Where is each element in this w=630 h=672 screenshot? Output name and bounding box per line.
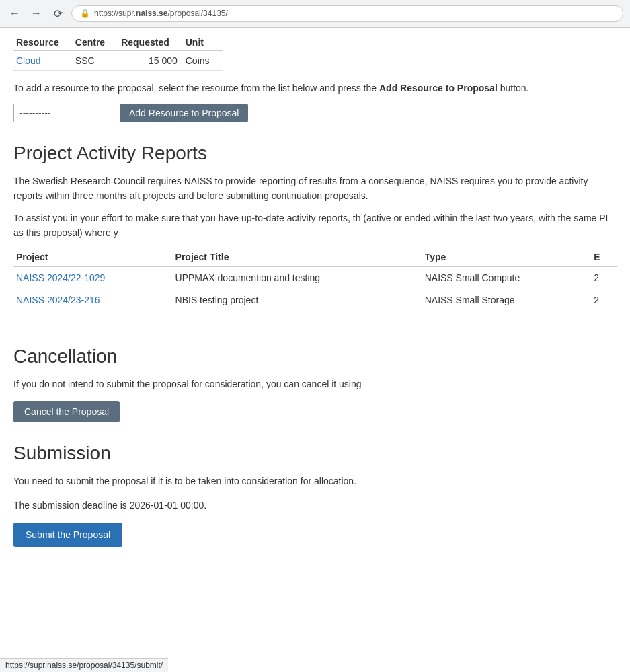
page-content: Resource Centre Requested Unit Cloud SSC… [0,28,630,574]
resource-table: Resource Centre Requested Unit Cloud SSC… [13,34,223,71]
reload-button[interactable]: ⟳ [50,5,66,22]
project-extra-2: 2 [591,289,617,311]
url-domain: naiss.se [136,9,167,18]
table-row: NAISS 2024/23-216 NBIS testing project N… [13,289,617,311]
back-button[interactable]: ← [7,5,23,22]
address-bar[interactable]: 🔒 https://supr.naiss.se/proposal/34135/ [71,5,623,22]
submission-text-1: You need to submit the proposal if it is… [13,474,617,488]
table-row: Cloud SSC 15 000 Coins [13,51,223,71]
cancellation-heading: Cancellation [13,346,617,367]
activity-reports-section: Project Activity Reports The Swedish Res… [13,143,617,311]
proj-col-title: Project Title [173,248,422,267]
activity-text-1: The Swedish Research Council requires NA… [13,174,617,204]
projects-table: Project Project Title Type E NAISS 2024/… [13,248,617,311]
add-resource-button[interactable]: Add Resource to Proposal [120,104,248,122]
url-path: /proposal/34135/ [167,9,227,18]
add-resource-section: To add a resource to the proposal, selec… [13,81,617,122]
col-centre: Centre [73,34,118,51]
resource-dropdown[interactable] [13,104,114,122]
resource-link[interactable]: Cloud [16,55,41,66]
project-link-2[interactable]: NAISS 2024/23-216 [16,295,100,305]
forward-button[interactable]: → [28,5,44,22]
cancellation-text: If you do not intend to submit the propo… [13,377,617,391]
table-row: NAISS 2024/22-1029 UPPMAX documention an… [13,266,617,289]
cancellation-section: Cancellation If you do not intend to sub… [13,346,617,422]
col-requested: Requested [118,34,183,51]
add-resource-text-part1: To add a resource to the proposal, selec… [13,83,379,94]
project-type-2: NAISS Small Storage [422,289,592,311]
add-resource-description: To add a resource to the proposal, selec… [13,81,617,96]
url-text: https://supr.naiss.se/proposal/34135/ [94,9,228,18]
proj-col-project: Project [13,248,173,267]
cancel-proposal-button[interactable]: Cancel the Proposal [13,401,120,422]
add-resource-text-bold: Add Resource to Proposal [379,83,498,94]
activity-reports-heading: Project Activity Reports [13,143,617,164]
submit-proposal-button[interactable]: Submit the Proposal [13,523,122,547]
project-title-2: NBIS testing project [173,289,422,311]
submission-section: Submission You need to submit the propos… [13,443,617,547]
proj-col-extra: E [591,248,617,267]
requested-cell: 15 000 [118,51,183,71]
centre-cell: SSC [73,51,118,71]
project-title-1: UPPMAX documention and testing [173,266,422,289]
browser-chrome: ← → ⟳ 🔒 https://supr.naiss.se/proposal/3… [0,0,630,28]
proj-col-type: Type [422,248,592,267]
activity-text-2: To assist you in your effort to make sur… [13,211,617,241]
divider-1 [13,332,617,332]
project-link-1[interactable]: NAISS 2024/22-1029 [16,272,105,283]
add-resource-row: Add Resource to Proposal [13,104,617,122]
submission-heading: Submission [13,443,617,464]
col-resource: Resource [13,34,73,51]
unit-cell: Coins [183,51,223,71]
lock-icon: 🔒 [80,9,90,18]
project-type-1: NAISS Small Compute [422,266,592,289]
submission-text-2: The submission deadline is 2026-01-01 00… [13,498,617,513]
col-unit: Unit [183,34,223,51]
project-extra-1: 2 [591,266,617,289]
add-resource-text-part2: button. [498,83,529,94]
